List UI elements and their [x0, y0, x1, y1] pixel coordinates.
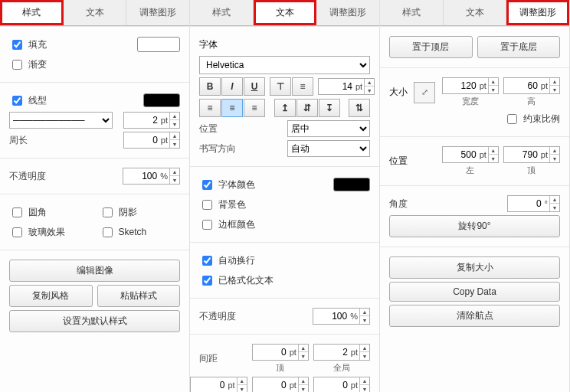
pos-label: 位置	[389, 155, 408, 168]
perimeter-label: 周长	[9, 134, 119, 147]
writing-select[interactable]: 自动	[287, 140, 370, 157]
left-input[interactable]	[443, 147, 478, 162]
line-swatch[interactable]	[143, 93, 180, 107]
fontsize-stepper[interactable]: pt ▲▼	[318, 78, 375, 95]
autosize-icon[interactable]: ⤢	[414, 82, 435, 103]
bold-button[interactable]: B	[199, 77, 221, 96]
sp-top-input[interactable]	[253, 345, 288, 360]
opacity2-input[interactable]	[313, 309, 349, 324]
tab-arrange-3[interactable]: 调整图形	[506, 0, 569, 25]
perimeter-input[interactable]	[124, 132, 159, 148]
copy-size-button[interactable]: 复制大小	[389, 256, 560, 279]
text-mid-button[interactable]: ⇵	[296, 99, 318, 117]
line-width-input[interactable]	[124, 113, 159, 128]
angle-stepper[interactable]: ° ▲▼	[507, 195, 560, 212]
width-input[interactable]	[443, 78, 478, 93]
tab-arrange[interactable]: 调整图形	[126, 0, 189, 25]
sketch-checkbox[interactable]	[103, 227, 113, 237]
underline-button[interactable]: U	[244, 77, 265, 96]
align-left-button[interactable]: ≡	[199, 99, 221, 117]
constrain-label: 约束比例	[523, 113, 560, 126]
opacity2-stepper[interactable]: % ▲▼	[313, 308, 370, 325]
copy-style-button[interactable]: 复制风格	[9, 285, 93, 307]
rounded-checkbox[interactable]	[12, 207, 22, 217]
position-select[interactable]: 居中	[287, 120, 370, 137]
font-label: 字体	[199, 38, 218, 51]
tab-text[interactable]: 文本	[64, 0, 127, 25]
align-center-button[interactable]: ≡	[221, 99, 243, 117]
sp-global-input[interactable]	[314, 345, 349, 360]
sp-right-input[interactable]	[314, 377, 349, 392]
height-input[interactable]	[504, 78, 539, 93]
top-input[interactable]	[504, 147, 539, 162]
set-default-button[interactable]: 设置为默认样式	[9, 310, 180, 332]
tab-text-2[interactable]: 文本	[254, 0, 317, 25]
angle-input[interactable]	[508, 196, 543, 211]
align-right-button[interactable]: ≡	[244, 99, 265, 117]
bordercolor-label: 边框颜色	[218, 218, 255, 231]
fontcolor-checkbox[interactable]	[202, 180, 212, 190]
bordercolor-checkbox[interactable]	[202, 220, 212, 230]
tabs-3: 样式 文本 调整图形	[380, 0, 569, 26]
paste-style-button[interactable]: 粘贴样式	[97, 285, 181, 307]
fontcolor-swatch[interactable]	[333, 178, 370, 191]
formatted-checkbox[interactable]	[202, 276, 212, 286]
glass-label: 玻璃效果	[28, 226, 65, 239]
opacity1-stepper[interactable]: % ▲▼	[123, 168, 180, 185]
tab-style[interactable]: 样式	[0, 0, 64, 25]
gradient-checkbox[interactable]	[12, 60, 22, 70]
fill-swatch[interactable]	[137, 37, 180, 52]
sketch-label: Sketch	[119, 227, 147, 237]
fontsize-input[interactable]	[319, 79, 354, 94]
line-style-select[interactable]: ───────────	[9, 112, 113, 129]
position-label: 位置	[199, 122, 283, 136]
tab-style-2[interactable]: 样式	[190, 0, 254, 25]
valign-top-button[interactable]: ⊤	[270, 77, 291, 96]
wrap-checkbox[interactable]	[202, 256, 212, 266]
step-up-icon[interactable]: ▲	[170, 113, 179, 120]
line-checkbox[interactable]	[12, 96, 22, 106]
edit-image-button[interactable]: 编辑图像	[9, 260, 180, 282]
sp-bottom-input[interactable]	[253, 377, 288, 392]
opacity2-label: 不透明度	[199, 310, 308, 323]
copy-data-button[interactable]: Copy Data	[389, 282, 560, 302]
fontcolor-label: 字体颜色	[218, 178, 255, 191]
vertical-text-button[interactable]: ⇅	[349, 99, 370, 117]
tab-arrange-2[interactable]: 调整图形	[316, 0, 379, 25]
opacity1-input[interactable]	[123, 168, 159, 184]
fill-label: 填充	[28, 38, 47, 51]
sp-left-input[interactable]	[191, 377, 226, 392]
clear-waypoints-button[interactable]: 清除航点	[389, 305, 560, 327]
gradient-label: 渐变	[28, 58, 47, 71]
opacity1-label: 不透明度	[9, 170, 118, 183]
text-top-button[interactable]: ↥	[274, 99, 296, 117]
style-panel: 样式 文本 调整图形 填充 渐变 线型 ─────────── pt ▲▼ 周长…	[0, 0, 190, 392]
size-label: 大小	[389, 86, 408, 99]
font-select[interactable]: Helvetica	[199, 56, 370, 74]
arrange-panel: 样式 文本 调整图形 置于顶层 置于底层 大小 ⤢ pt▲▼ 宽度 pt▲▼ 高	[380, 0, 570, 392]
rotate90-button[interactable]: 旋转90°	[389, 215, 560, 237]
angle-label: 角度	[389, 198, 503, 211]
step-down-icon[interactable]: ▼	[170, 120, 179, 128]
line-width-stepper[interactable]: pt ▲▼	[123, 112, 180, 129]
shadow-label: 阴影	[119, 206, 137, 219]
glass-checkbox[interactable]	[12, 227, 22, 237]
text-panel: 样式 文本 调整图形 字体 Helvetica B I U ⊤ ≡ pt ▲▼ …	[190, 0, 380, 392]
shadow-checkbox[interactable]	[103, 207, 113, 217]
text-bot-button[interactable]: ↧	[319, 99, 340, 117]
valign-mid-button[interactable]: ≡	[292, 77, 313, 96]
italic-button[interactable]: I	[221, 77, 243, 96]
line-label: 线型	[28, 94, 47, 107]
to-back-button[interactable]: 置于底层	[477, 36, 561, 58]
bgcolor-checkbox[interactable]	[202, 200, 212, 210]
constrain-checkbox[interactable]	[507, 114, 517, 124]
spacing-label: 间距	[199, 352, 247, 365]
formatted-label: 已格式化文本	[218, 274, 274, 287]
to-front-button[interactable]: 置于顶层	[389, 36, 473, 58]
perimeter-stepper[interactable]: pt ▲▼	[123, 132, 180, 149]
writing-label: 书写方向	[199, 142, 283, 155]
tab-text-3[interactable]: 文本	[444, 0, 507, 25]
tab-style-3[interactable]: 样式	[380, 0, 444, 25]
rounded-label: 圆角	[28, 206, 47, 219]
fill-checkbox[interactable]	[12, 40, 22, 50]
